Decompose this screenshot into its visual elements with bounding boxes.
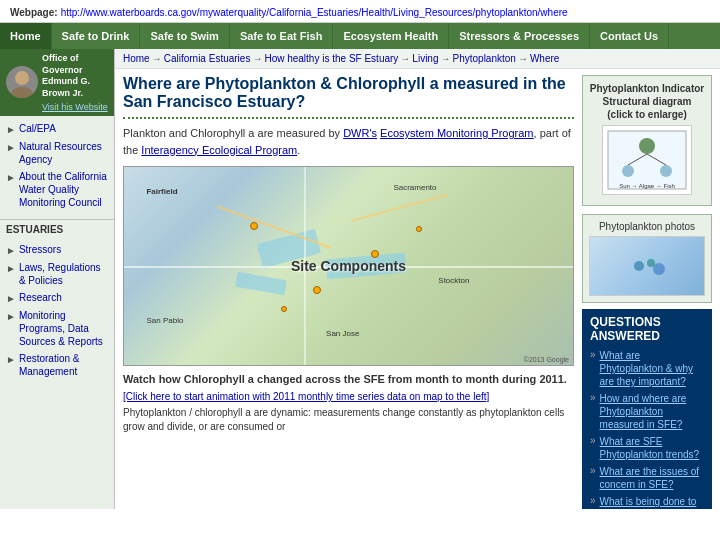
estuaries-section-label: ESTUARIES <box>0 219 114 237</box>
bullet-icon: » <box>590 495 596 509</box>
sidebar-item-calepa[interactable]: ► Cal/EPA <box>6 120 108 138</box>
question-link-4[interactable]: What are the issues of concern in SFE? <box>600 465 704 491</box>
question-link-1[interactable]: What are Phytoplankton & why are they im… <box>600 349 704 388</box>
question-item-5: » What is being done to improve the heal… <box>590 495 704 509</box>
bullet-icon: » <box>590 392 596 431</box>
breadcrumb-home[interactable]: Home <box>123 53 150 64</box>
arrow-icon: ► <box>6 262 16 275</box>
photos-label: Phytoplankton photos <box>589 221 705 232</box>
sidebar-item-about-council[interactable]: ► About the California Water Quality Mon… <box>6 168 108 211</box>
arrow-icon: ► <box>6 141 16 154</box>
question-item-2: » How and where are Phytoplankton measur… <box>590 392 704 431</box>
svg-point-3 <box>639 138 655 154</box>
arrow-icon: ► <box>6 292 16 305</box>
estuaries-links: ► Stressors ► Laws, Regulations & Polici… <box>0 237 114 384</box>
photos-placeholder[interactable] <box>589 236 705 296</box>
breadcrumb-sf-estuary[interactable]: How healthy is the SF Estuary <box>264 53 398 64</box>
map-container: Site Components Fairfield Sacramento Sto… <box>123 166 574 366</box>
svg-text:Sun → Algae → Fish: Sun → Algae → Fish <box>619 183 675 189</box>
svg-point-0 <box>15 71 29 85</box>
top-bar: Webpage: http://www.waterboards.ca.gov/m… <box>0 0 720 23</box>
page-title: Where are Phytoplankton & Chlorophyll a … <box>123 75 574 119</box>
breadcrumb-california-estuaries[interactable]: California Estuaries <box>164 53 251 64</box>
breadcrumb: Home → California Estuaries → How health… <box>115 49 720 69</box>
sidebar-item-restoration[interactable]: ► Restoration & Management <box>6 350 108 380</box>
visit-website-link[interactable]: Visit his Website <box>42 102 108 112</box>
bullet-icon: » <box>590 465 596 491</box>
arrow-icon: ► <box>6 353 16 366</box>
map-background: Site Components Fairfield Sacramento Sto… <box>124 167 573 365</box>
indicator-title: Phytoplankton Indicator Structural diagr… <box>589 82 705 121</box>
sidebar-item-stressors[interactable]: ► Stressors <box>6 241 108 259</box>
question-link-2[interactable]: How and where are Phytoplankton measured… <box>600 392 704 431</box>
nav-safe-to-drink[interactable]: Safe to Drink <box>52 23 141 49</box>
nav-safe-to-eat-fish[interactable]: Safe to Eat Fish <box>230 23 334 49</box>
arrow-icon: ► <box>6 123 16 136</box>
nav-contact[interactable]: Contact Us <box>590 23 669 49</box>
svg-point-1 <box>11 87 33 98</box>
question-item-1: » What are Phytoplankton & why are they … <box>590 349 704 388</box>
question-link-5[interactable]: What is being done to improve the health… <box>600 495 704 509</box>
breadcrumb-where[interactable]: Where <box>530 53 559 64</box>
governor-section: Office of Governor Edmund G. Brown Jr. V… <box>0 49 114 116</box>
interagency-link[interactable]: Interagency Ecological Program <box>141 144 297 156</box>
breadcrumb-phytoplankton[interactable]: Phytoplankton <box>453 53 516 64</box>
governor-title: Office of Governor <box>42 53 108 76</box>
nav-bar: Home Safe to Drink Safe to Swim Safe to … <box>0 23 720 49</box>
svg-point-9 <box>634 261 644 271</box>
breadcrumb-living[interactable]: Living <box>412 53 438 64</box>
dwr-link[interactable]: DWR's <box>343 127 377 139</box>
page-content: Where are Phytoplankton & Chlorophyll a … <box>123 75 574 509</box>
question-item-4: » What are the issues of concern in SFE? <box>590 465 704 491</box>
svg-point-4 <box>622 165 634 177</box>
bullet-icon: » <box>590 349 596 388</box>
page-url[interactable]: http://www.waterboards.ca.gov/mywaterqua… <box>61 7 568 18</box>
question-item-3: » What are SFE Phytoplankton trends? <box>590 435 704 461</box>
svg-point-5 <box>660 165 672 177</box>
indicator-diagram[interactable]: Sun → Algae → Fish <box>602 125 692 195</box>
nav-home[interactable]: Home <box>0 23 52 49</box>
sidebar: Office of Governor Edmund G. Brown Jr. V… <box>0 49 115 509</box>
governor-avatar <box>6 66 38 98</box>
ecosystem-monitoring-link[interactable]: Ecosystem Monitoring Program <box>380 127 533 139</box>
photos-box: Phytoplankton photos <box>582 214 712 303</box>
bullet-icon: » <box>590 435 596 461</box>
nav-safe-to-swim[interactable]: Safe to Swim <box>140 23 229 49</box>
body-text: Phytoplankton / chlorophyll a are dynami… <box>123 406 574 434</box>
map-overlay: Site Components <box>291 258 406 274</box>
indicator-box: Phytoplankton Indicator Structural diagr… <box>582 75 712 206</box>
question-link-3[interactable]: What are SFE Phytoplankton trends? <box>600 435 704 461</box>
sidebar-item-laws[interactable]: ► Laws, Regulations & Policies <box>6 259 108 289</box>
webpage-label: Webpage: <box>10 7 58 18</box>
sidebar-item-natural-resources[interactable]: ► Natural Resources Agency <box>6 138 108 168</box>
main-content: Home → California Estuaries → How health… <box>115 49 720 509</box>
sidebar-links-section: ► Cal/EPA ► Natural Resources Agency ► A… <box>0 116 114 215</box>
intro-text: Plankton and Chlorophyll a are measured … <box>123 125 574 158</box>
nav-ecosystem-health[interactable]: Ecosystem Health <box>333 23 449 49</box>
svg-point-10 <box>647 259 655 267</box>
questions-title: QUESTIONS ANSWERED <box>590 315 704 343</box>
animation-link[interactable]: [Click here to start animation with 2011… <box>123 391 574 402</box>
arrow-icon: ► <box>6 244 16 257</box>
nav-stressors[interactable]: Stressors & Processes <box>449 23 590 49</box>
sidebar-item-monitoring[interactable]: ► Monitoring Programs, Data Sources & Re… <box>6 307 108 350</box>
questions-answered: QUESTIONS ANSWERED » What are Phytoplank… <box>582 309 712 509</box>
arrow-icon: ► <box>6 171 16 184</box>
questions-list: » What are Phytoplankton & why are they … <box>590 349 704 509</box>
svg-point-11 <box>653 263 665 275</box>
sidebar-item-research[interactable]: ► Research <box>6 289 108 307</box>
watch-text: Watch how Chlorophyll a changed across t… <box>123 372 574 387</box>
content-area: Office of Governor Edmund G. Brown Jr. V… <box>0 49 720 509</box>
right-sidebar: Phytoplankton Indicator Structural diagr… <box>582 75 712 509</box>
governor-info: Office of Governor Edmund G. Brown Jr. V… <box>42 53 108 112</box>
arrow-icon: ► <box>6 310 16 323</box>
governor-name: Edmund G. Brown Jr. <box>42 76 108 99</box>
